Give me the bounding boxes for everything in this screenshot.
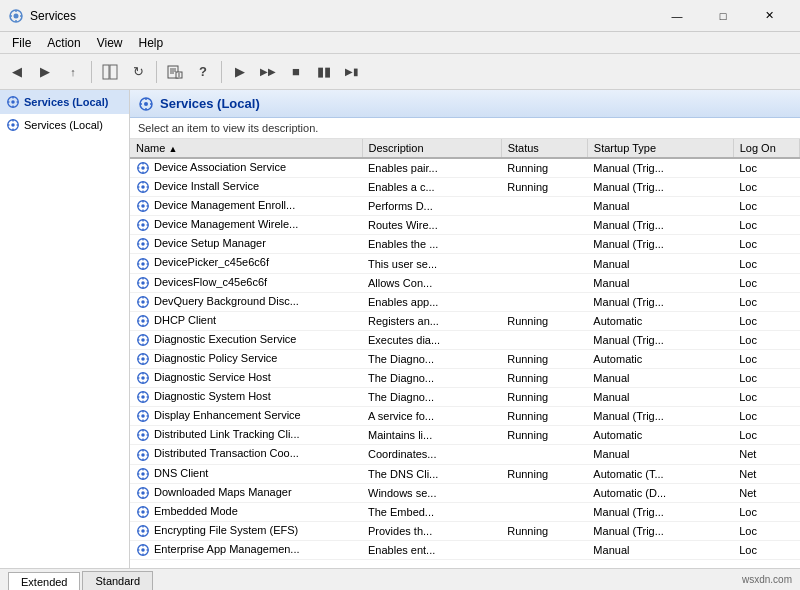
table-header-row: Name ▲ Description Status Startup Type L… <box>130 139 800 158</box>
svg-point-15 <box>11 100 15 104</box>
table-row[interactable]: Device Management Enroll...Performs D...… <box>130 197 800 216</box>
right-panel-icon <box>138 96 154 112</box>
window-title: Services <box>30 9 654 23</box>
table-row[interactable]: DNS ClientThe DNS Cli...RunningAutomatic… <box>130 464 800 483</box>
table-row[interactable]: Diagnostic System HostThe Diagno...Runni… <box>130 388 800 407</box>
service-startup-type: Manual <box>587 254 733 273</box>
svg-point-153 <box>141 548 145 552</box>
resume-service-button[interactable]: ▶▶ <box>255 59 281 85</box>
status-tabs: Extended Standard <box>0 569 155 590</box>
service-status: Running <box>501 426 587 445</box>
services-local-label: Services (Local) <box>24 119 103 131</box>
service-logon: Loc <box>733 235 799 254</box>
col-header-logon[interactable]: Log On <box>733 139 799 158</box>
table-row[interactable]: Encrypting File System (EFS)Provides th.… <box>130 521 800 540</box>
service-startup-type: Manual <box>587 445 733 464</box>
service-status <box>501 273 587 292</box>
table-row[interactable]: DHCP ClientRegisters an...RunningAutomat… <box>130 311 800 330</box>
maximize-button[interactable]: □ <box>700 0 746 32</box>
services-local-icon <box>6 95 20 109</box>
service-description: The DNS Cli... <box>362 464 501 483</box>
service-startup-type: Automatic <box>587 426 733 445</box>
menu-action[interactable]: Action <box>39 34 88 52</box>
table-row[interactable]: Embedded ModeThe Embed...Manual (Trig...… <box>130 502 800 521</box>
services-local-item[interactable]: Services (Local) <box>0 114 129 136</box>
window-controls: — □ ✕ <box>654 0 792 32</box>
table-row[interactable]: DevicesFlow_c45e6c6fAllows Con...ManualL… <box>130 273 800 292</box>
table-row[interactable]: Diagnostic Execution ServiceExecutes dia… <box>130 330 800 349</box>
table-row[interactable]: Downloaded Maps ManagerWindows se...Auto… <box>130 483 800 502</box>
left-panel-header-text: Services (Local) <box>24 96 108 108</box>
tab-standard[interactable]: Standard <box>82 571 153 590</box>
main-layout: Services (Local) Services (Local) <box>0 90 800 568</box>
service-startup-type: Automatic (T... <box>587 464 733 483</box>
service-icon <box>136 161 150 175</box>
service-logon: Loc <box>733 369 799 388</box>
menu-view[interactable]: View <box>89 34 131 52</box>
table-row[interactable]: Device Association ServiceEnables pair..… <box>130 158 800 178</box>
service-description: Registers an... <box>362 311 501 330</box>
help-button[interactable]: ? <box>190 59 216 85</box>
col-header-name[interactable]: Name ▲ <box>130 139 362 158</box>
table-row[interactable]: Distributed Link Tracking Cli...Maintain… <box>130 426 800 445</box>
service-startup-type: Automatic <box>587 349 733 368</box>
table-row[interactable]: Diagnostic Service HostThe Diagno...Runn… <box>130 369 800 388</box>
properties-button[interactable] <box>162 59 188 85</box>
svg-point-147 <box>141 529 145 533</box>
svg-point-69 <box>141 281 145 285</box>
svg-point-129 <box>141 472 145 476</box>
col-header-description[interactable]: Description <box>362 139 501 158</box>
table-row[interactable]: Enterprise App Managemen...Enables ent..… <box>130 540 800 559</box>
service-startup-type: Manual (Trig... <box>587 330 733 349</box>
refresh-button[interactable]: ↻ <box>125 59 151 85</box>
col-header-status[interactable]: Status <box>501 139 587 158</box>
service-description: Allows Con... <box>362 273 501 292</box>
service-icon <box>136 524 150 538</box>
service-name: Device Association Service <box>154 161 286 173</box>
close-button[interactable]: ✕ <box>746 0 792 32</box>
table-row[interactable]: DevicePicker_c45e6c6fThis user se...Manu… <box>130 254 800 273</box>
back-button[interactable]: ◀ <box>4 59 30 85</box>
table-row[interactable]: Distributed Transaction Coo...Coordinate… <box>130 445 800 464</box>
table-row[interactable]: Device Setup ManagerEnables the ...Manua… <box>130 235 800 254</box>
menu-help[interactable]: Help <box>131 34 172 52</box>
service-icon <box>136 428 150 442</box>
service-description: Coordinates... <box>362 445 501 464</box>
service-status: Running <box>501 349 587 368</box>
tab-extended[interactable]: Extended <box>8 572 80 590</box>
minimize-button[interactable]: — <box>654 0 700 32</box>
services-local-tree-icon <box>6 118 20 132</box>
services-table-container[interactable]: Name ▲ Description Status Startup Type L… <box>130 139 800 568</box>
svg-point-81 <box>141 319 145 323</box>
service-name: Encrypting File System (EFS) <box>154 524 298 536</box>
stop-service-button[interactable]: ■ <box>283 59 309 85</box>
forward-button[interactable]: ▶ <box>32 59 58 85</box>
service-logon: Loc <box>733 407 799 426</box>
service-status <box>501 540 587 559</box>
service-description: Enables app... <box>362 292 501 311</box>
service-description: Executes dia... <box>362 330 501 349</box>
service-startup-type: Manual (Trig... <box>587 292 733 311</box>
service-name: Device Management Wirele... <box>154 218 298 230</box>
start-service-button[interactable]: ▶ <box>227 59 253 85</box>
service-icon <box>136 218 150 232</box>
service-icon <box>136 352 150 366</box>
show-hide-button[interactable] <box>97 59 123 85</box>
up-button[interactable]: ↑ <box>60 59 86 85</box>
service-logon: Loc <box>733 292 799 311</box>
pause-service-button[interactable]: ▮▮ <box>311 59 337 85</box>
table-row[interactable]: Device Management Wirele...Routes Wire..… <box>130 216 800 235</box>
svg-point-105 <box>141 395 145 399</box>
restart-service-button[interactable]: ▶▮ <box>339 59 365 85</box>
table-row[interactable]: Diagnostic Policy ServiceThe Diagno...Ru… <box>130 349 800 368</box>
service-status <box>501 216 587 235</box>
table-row[interactable]: Display Enhancement ServiceA service fo.… <box>130 407 800 426</box>
table-row[interactable]: Device Install ServiceEnables a c...Runn… <box>130 178 800 197</box>
svg-point-93 <box>141 357 145 361</box>
table-row[interactable]: DevQuery Background Disc...Enables app..… <box>130 292 800 311</box>
description-area: Select an item to view its description. <box>130 118 800 139</box>
svg-rect-7 <box>110 65 117 79</box>
toolbar: ◀ ▶ ↑ ↻ ? ▶ ▶▶ ■ ▮▮ ▶▮ <box>0 54 800 90</box>
col-header-startup[interactable]: Startup Type <box>587 139 733 158</box>
menu-file[interactable]: File <box>4 34 39 52</box>
